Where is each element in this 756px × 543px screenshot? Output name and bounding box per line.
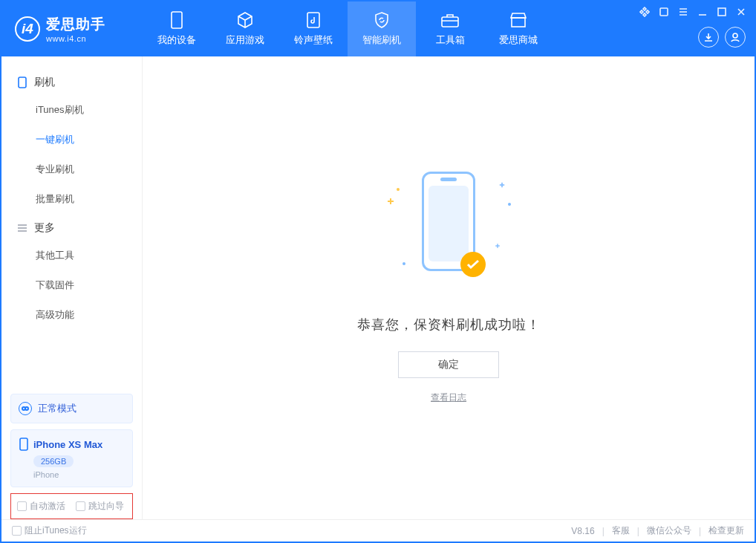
section-title: 刷机 (34, 76, 55, 89)
check-badge-icon (460, 252, 486, 277)
checkbox-label: 跳过向导 (88, 500, 124, 513)
toolbox-icon (440, 11, 460, 29)
nav-my-device[interactable]: 我的设备 (143, 1, 211, 56)
footer-link-update[interactable]: 检查更新 (708, 524, 744, 537)
sidebar: 刷机 iTunes刷机 一键刷机 专业刷机 批量刷机 更多 其他工具 下载固件 … (1, 56, 143, 519)
sidebar-section-more: 更多 (1, 214, 142, 241)
svg-rect-1 (307, 13, 319, 27)
nav-label: 应用游戏 (226, 33, 264, 47)
section-title: 更多 (34, 221, 55, 235)
svg-point-6 (733, 33, 737, 38)
svg-rect-7 (19, 77, 26, 88)
ok-button[interactable]: 确定 (398, 351, 499, 378)
device-phone-icon (19, 438, 29, 451)
nav-label: 我的设备 (157, 33, 196, 47)
shield-refresh-icon (372, 11, 391, 29)
list-icon (16, 222, 28, 234)
sidebar-item-advanced[interactable]: 高级功能 (1, 300, 142, 330)
sidebar-item-oneclick-flash[interactable]: 一键刷机 (1, 125, 142, 155)
sidebar-section-flash: 刷机 (1, 68, 142, 95)
music-file-icon (304, 11, 323, 29)
sidebar-item-itunes-flash[interactable]: iTunes刷机 (1, 95, 142, 125)
mode-card[interactable]: 正常模式 (10, 394, 133, 423)
view-log-link[interactable]: 查看日志 (431, 391, 466, 404)
store-icon (509, 11, 528, 29)
device-card[interactable]: iPhone XS Max 256GB iPhone (10, 429, 133, 487)
main-nav: 我的设备 应用游戏 铃声壁纸 智能刷机 工具箱 爱思商城 (143, 1, 553, 56)
success-illustration (413, 172, 484, 290)
main-content: 恭喜您，保资料刷机成功啦！ 确定 查看日志 (143, 56, 755, 519)
app-logo: i4 爱思助手 www.i4.cn (1, 1, 143, 56)
svg-rect-10 (20, 438, 27, 450)
nav-ringtones[interactable]: 铃声壁纸 (279, 1, 348, 56)
titlebar: i4 爱思助手 www.i4.cn 我的设备 应用游戏 铃声壁纸 智能刷机 工具… (1, 1, 755, 56)
maximize-icon[interactable] (716, 6, 728, 18)
download-icon[interactable] (698, 27, 719, 48)
theme-icon[interactable] (639, 6, 651, 18)
app-url: www.i4.cn (46, 34, 105, 43)
checkbox-skip-guide[interactable]: 跳过向导 (76, 500, 124, 513)
checkbox-label: 阻止iTunes运行 (25, 524, 87, 537)
device-name: iPhone XS Max (33, 439, 102, 450)
nav-apps[interactable]: 应用游戏 (211, 1, 279, 56)
cube-icon (235, 11, 255, 29)
svg-rect-2 (442, 17, 458, 27)
app-name: 爱思助手 (46, 15, 105, 34)
svg-rect-0 (172, 12, 182, 28)
nav-label: 工具箱 (436, 33, 465, 47)
minimize-icon[interactable] (697, 6, 708, 18)
result-message: 恭喜您，保资料刷机成功啦！ (357, 316, 541, 334)
device-icon (167, 11, 186, 29)
footer-link-support[interactable]: 客服 (612, 524, 630, 537)
device-type: iPhone (33, 470, 125, 479)
header-actions (698, 27, 746, 48)
checkbox-label: 自动激活 (30, 500, 65, 513)
mode-label: 正常模式 (38, 402, 76, 415)
footer-link-wechat[interactable]: 微信公众号 (647, 524, 691, 537)
device-capacity: 256GB (33, 455, 74, 467)
version-label: V8.16 (571, 526, 594, 536)
phone-icon (16, 77, 28, 88)
nav-label: 爱思商城 (499, 33, 538, 47)
svg-rect-4 (660, 8, 668, 16)
svg-rect-3 (512, 18, 525, 27)
checkbox-block-itunes[interactable]: 阻止iTunes运行 (12, 524, 87, 537)
skin-icon[interactable] (658, 6, 670, 18)
user-icon[interactable] (725, 27, 746, 48)
nav-store[interactable]: 爱思商城 (484, 1, 553, 56)
nav-label: 铃声壁纸 (294, 33, 333, 47)
sidebar-item-other-tools[interactable]: 其他工具 (1, 241, 142, 270)
svg-point-9 (25, 407, 28, 410)
sidebar-item-batch-flash[interactable]: 批量刷机 (1, 184, 142, 214)
menu-icon[interactable] (677, 6, 689, 18)
checkbox-auto-activate[interactable]: 自动激活 (17, 500, 65, 513)
options-row: 自动激活 跳过向导 (10, 493, 133, 519)
nav-flash[interactable]: 智能刷机 (348, 1, 416, 56)
sidebar-item-download-firmware[interactable]: 下载固件 (1, 270, 142, 300)
sidebar-item-pro-flash[interactable]: 专业刷机 (1, 155, 142, 184)
nav-toolbox[interactable]: 工具箱 (416, 1, 484, 56)
mode-icon (19, 402, 32, 415)
close-icon[interactable] (735, 6, 747, 18)
footer: 阻止iTunes运行 V8.16 | 客服 | 微信公众号 | 检查更新 (1, 519, 755, 542)
nav-label: 智能刷机 (362, 33, 401, 47)
logo-badge: i4 (15, 16, 40, 42)
svg-rect-5 (718, 8, 726, 16)
